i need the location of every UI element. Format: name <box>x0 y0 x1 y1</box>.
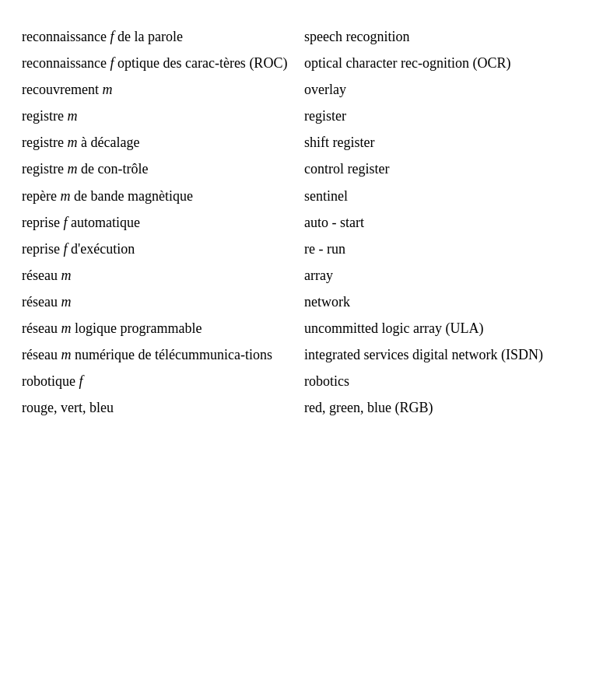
dictionary-table: reconnaissance f de la parolespeech reco… <box>16 23 580 421</box>
dictionary-row: reconnaissance f optique des carac-tères… <box>16 50 580 76</box>
french-term: réseau m numérique de télécummunica-tion… <box>16 341 298 368</box>
dictionary-row: registre mregister <box>16 103 580 129</box>
french-term: rouge, vert, bleu <box>16 394 298 421</box>
dictionary-row: recouvrement moverlay <box>16 76 580 103</box>
french-term: réseau m <box>16 262 298 289</box>
dictionary-row: rouge, vert, bleured, green, blue (RGB) <box>16 394 580 421</box>
dictionary-row: registre m à décalageshift register <box>16 129 580 156</box>
english-term: shift register <box>298 129 580 156</box>
french-term: registre m <box>16 103 298 129</box>
dictionary-row: réseau m numérique de télécummunica-tion… <box>16 341 580 368</box>
dictionary-row: reprise f automatiqueauto - start <box>16 209 580 236</box>
english-term: overlay <box>298 76 580 103</box>
english-term: optical character rec-ognition (OCR) <box>298 50 580 76</box>
english-term: control register <box>298 156 580 182</box>
french-term: repère m de bande magnètique <box>16 183 298 209</box>
english-term: re - run <box>298 236 580 262</box>
french-term: reconnaissance f optique des carac-tères… <box>16 50 298 76</box>
french-term: réseau m <box>16 289 298 315</box>
french-term: réseau m logique programmable <box>16 315 298 341</box>
french-term: registre m de con-trôle <box>16 156 298 182</box>
dictionary-row: registre m de con-trôlecontrol register <box>16 156 580 182</box>
english-term: integrated services digital network (ISD… <box>298 341 580 368</box>
dictionary-row: réseau mnetwork <box>16 289 580 315</box>
english-term: auto - start <box>298 209 580 236</box>
english-term: register <box>298 103 580 129</box>
dictionary-row: robotique frobotics <box>16 368 580 394</box>
french-term: registre m à décalage <box>16 129 298 156</box>
english-term: red, green, blue (RGB) <box>298 394 580 421</box>
dictionary-row: reprise f d'exécutionre - run <box>16 236 580 262</box>
english-term: sentinel <box>298 183 580 209</box>
english-term: speech recognition <box>298 23 580 50</box>
dictionary-row: reconnaissance f de la parolespeech reco… <box>16 23 580 50</box>
french-term: robotique f <box>16 368 298 394</box>
english-term: uncommitted logic array (ULA) <box>298 315 580 341</box>
english-term: network <box>298 289 580 315</box>
english-term: array <box>298 262 580 289</box>
dictionary-row: réseau m logique programmableuncommitted… <box>16 315 580 341</box>
french-term: reconnaissance f de la parole <box>16 23 298 50</box>
french-term: recouvrement m <box>16 76 298 103</box>
french-term: reprise f automatique <box>16 209 298 236</box>
french-term: reprise f d'exécution <box>16 236 298 262</box>
dictionary-row: réseau marray <box>16 262 580 289</box>
english-term: robotics <box>298 368 580 394</box>
dictionary-row: repère m de bande magnètiquesentinel <box>16 183 580 209</box>
